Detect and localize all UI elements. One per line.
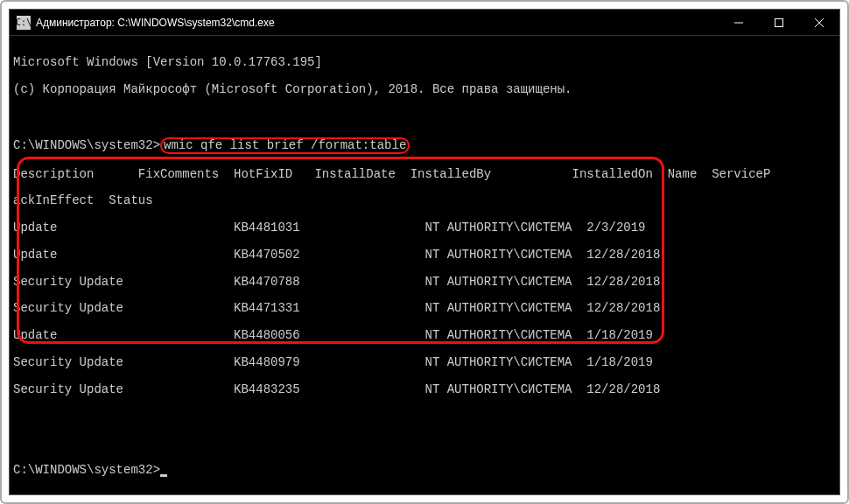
table-row: Security Update KB4470788 NT AUTHORITY\С…	[13, 276, 836, 289]
blank-line	[13, 410, 836, 424]
command-highlight: wmic qfe list brief /format:table	[160, 137, 410, 154]
prompt: C:\WINDOWS\system32>	[13, 138, 160, 152]
screenshot-frame: C:\ Администратор: C:\WINDOWS\system32\c…	[0, 0, 849, 504]
cmd-icon: C:\	[17, 16, 31, 30]
blank-line	[13, 234, 836, 248]
prompt-line: C:\WINDOWS\system32>	[13, 464, 836, 477]
blank-line	[13, 289, 836, 302]
svg-rect-1	[775, 18, 783, 26]
minimize-button[interactable]	[719, 10, 759, 35]
table-row: Update KB4480056 NT AUTHORITY\СИСТЕМА 1/…	[13, 329, 836, 342]
header-line: ackInEffect Status	[13, 194, 836, 207]
blank-line	[13, 369, 836, 382]
maximize-button[interactable]	[759, 10, 799, 35]
titlebar[interactable]: C:\ Администратор: C:\WINDOWS\system32\c…	[10, 10, 839, 36]
table-row: Update KB4481031 NT AUTHORITY\СИСТЕМА 2/…	[13, 221, 836, 234]
close-icon	[815, 18, 824, 27]
banner-line: Microsoft Windows [Version 10.0.17763.19…	[13, 56, 836, 69]
blank-line	[13, 343, 836, 356]
blank-line	[13, 262, 836, 275]
window-controls	[719, 10, 839, 35]
prompt: C:\WINDOWS\system32>	[13, 463, 160, 477]
table-row: Security Update KB4480979 NT AUTHORITY\С…	[13, 356, 836, 369]
cursor	[160, 474, 167, 477]
header-line: Description FixComments HotFixID Install…	[13, 168, 836, 181]
blank-line	[13, 316, 836, 329]
prompt-line: C:\WINDOWS\system32>wmic qfe list brief …	[13, 137, 836, 154]
table-row: Update KB4470502 NT AUTHORITY\СИСТЕМА 12…	[13, 248, 836, 262]
window-title: Администратор: C:\WINDOWS\system32\cmd.e…	[36, 17, 719, 29]
table-row: Security Update KB4483235 NT AUTHORITY\С…	[13, 383, 836, 396]
cmd-window: C:\ Администратор: C:\WINDOWS\system32\c…	[9, 9, 840, 495]
banner-line: (c) Корпорация Майкрософт (Microsoft Cor…	[13, 83, 836, 96]
minimize-icon	[734, 18, 743, 27]
blank-line	[13, 437, 836, 450]
terminal-output[interactable]: Microsoft Windows [Version 10.0.17763.19…	[10, 36, 839, 495]
close-button[interactable]	[799, 10, 839, 35]
maximize-icon	[775, 18, 783, 27]
blank-line	[13, 110, 836, 123]
table-row: Security Update KB4471331 NT AUTHORITY\С…	[13, 302, 836, 315]
